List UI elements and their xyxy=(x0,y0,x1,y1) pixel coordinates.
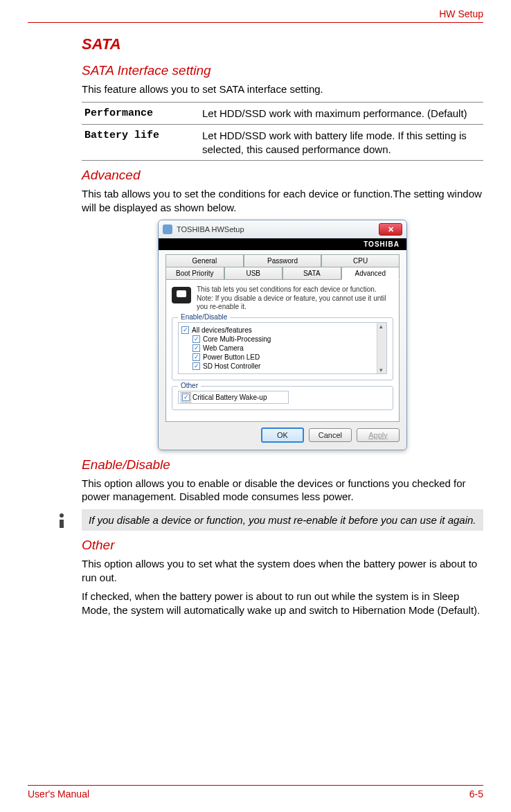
monitor-icon xyxy=(172,287,191,303)
check-label: Core Multi-Processing xyxy=(203,335,271,343)
header-section: HW Setup xyxy=(28,8,483,19)
footer-left: User's Manual xyxy=(28,788,89,800)
tab-cpu[interactable]: CPU xyxy=(321,254,400,267)
check-label: SD Host Controller xyxy=(203,362,260,370)
checkbox-icon[interactable]: ✓ xyxy=(182,394,190,401)
cancel-button[interactable]: Cancel xyxy=(309,428,352,442)
info-callout: If you disable a device or function, you… xyxy=(51,509,483,531)
advanced-heading: Advanced xyxy=(82,168,483,183)
tab-advanced[interactable]: Advanced xyxy=(341,267,400,280)
check-label: Critical Battery Wake-up xyxy=(192,394,267,401)
check-critical-battery[interactable]: ✓ Critical Battery Wake-up xyxy=(178,391,289,404)
footer-right: 6-5 xyxy=(469,788,483,800)
check-label: All devices/features xyxy=(192,326,252,334)
brand-bar: TOSHIBA xyxy=(159,238,406,250)
advanced-desc: This tab allows you to set the condition… xyxy=(82,187,483,214)
tab-sata[interactable]: SATA xyxy=(283,267,341,280)
dialog-titlebar: TOSHIBA HWSetup ✕ xyxy=(159,220,406,238)
check-sd-host[interactable]: ✓SD Host Controller xyxy=(181,362,384,371)
checkbox-icon[interactable]: ✓ xyxy=(192,335,200,343)
scrollbar[interactable] xyxy=(377,323,386,373)
group-legend: Other xyxy=(178,382,201,389)
apply-button[interactable]: Apply xyxy=(357,428,400,442)
option-key: Battery life xyxy=(82,125,199,161)
check-core-multi[interactable]: ✓Core Multi-Processing xyxy=(181,335,384,344)
table-row: Performance Let HDD/SSD work with maximu… xyxy=(82,102,483,125)
header-rule xyxy=(28,22,483,23)
tab-usb[interactable]: USB xyxy=(224,267,283,280)
check-label: Web Camera xyxy=(203,344,244,352)
dialog-buttons: OK Cancel Apply xyxy=(165,422,400,443)
enable-disable-heading: Enable/Disable xyxy=(82,457,483,473)
checkbox-icon[interactable]: ✓ xyxy=(192,362,200,370)
group-legend: Enable/Disable xyxy=(178,313,230,321)
enable-disable-desc: This option allows you to enable or disa… xyxy=(82,477,483,504)
dialog-note: This tab lets you set conditions for eac… xyxy=(172,285,393,312)
check-web-camera[interactable]: ✓Web Camera xyxy=(181,344,384,353)
other-para-2: If checked, when the battery power is ab… xyxy=(82,590,483,617)
dialog-note-text: This tab lets you set conditions for eac… xyxy=(197,285,393,312)
option-key: Performance xyxy=(82,102,199,125)
other-heading: Other xyxy=(82,538,483,553)
dialog-title: TOSHIBA HWSetup xyxy=(177,225,379,233)
tab-boot-priority[interactable]: Boot Priority xyxy=(165,267,224,280)
check-label: Power Button LED xyxy=(203,353,260,361)
info-icon xyxy=(51,509,72,529)
page-footer: User's Manual 6-5 xyxy=(28,785,483,800)
sata-desc: This feature allows you to set SATA inte… xyxy=(82,82,483,96)
tab-content: This tab lets you set conditions for eac… xyxy=(165,279,400,422)
other-para-1: This option allows you to set what the s… xyxy=(82,557,483,584)
table-row: Battery life Let HDD/SSD work with batte… xyxy=(82,125,483,161)
checkbox-icon[interactable]: ✓ xyxy=(192,344,200,352)
other-group: Other ✓ Critical Battery Wake-up xyxy=(172,386,393,410)
check-power-led[interactable]: ✓Power Button LED xyxy=(181,353,384,362)
tab-row-2: Boot Priority USB SATA Advanced xyxy=(165,267,400,280)
sata-heading: SATA xyxy=(82,35,483,53)
page-content: SATA SATA Interface setting This feature… xyxy=(28,35,483,617)
option-desc: Let HDD/SSD work with maximum performanc… xyxy=(199,102,483,125)
enable-disable-group: Enable/Disable ✓All devices/features ✓Co… xyxy=(172,317,393,380)
tab-row-1: General Password CPU xyxy=(165,254,400,267)
check-all-devices[interactable]: ✓All devices/features xyxy=(181,326,384,335)
hwsetup-dialog: TOSHIBA HWSetup ✕ TOSHIBA General Passwo… xyxy=(158,220,407,450)
app-icon xyxy=(163,224,172,234)
tab-general[interactable]: General xyxy=(165,254,244,267)
close-icon[interactable]: ✕ xyxy=(379,223,402,236)
dialog-screenshot: TOSHIBA HWSetup ✕ TOSHIBA General Passwo… xyxy=(82,220,483,450)
sata-subheading: SATA Interface setting xyxy=(82,63,483,78)
ok-button[interactable]: OK xyxy=(261,427,304,443)
info-text: If you disable a device or function, you… xyxy=(82,509,483,531)
device-checklist[interactable]: ✓All devices/features ✓Core Multi-Proces… xyxy=(178,322,387,374)
option-desc: Let HDD/SSD work with battery life mode.… xyxy=(199,125,483,161)
checkbox-icon[interactable]: ✓ xyxy=(181,326,189,334)
footer-rule xyxy=(28,785,483,786)
checkbox-icon[interactable]: ✓ xyxy=(192,353,200,361)
tab-password[interactable]: Password xyxy=(244,254,322,267)
sata-options-table: Performance Let HDD/SSD work with maximu… xyxy=(82,102,483,161)
